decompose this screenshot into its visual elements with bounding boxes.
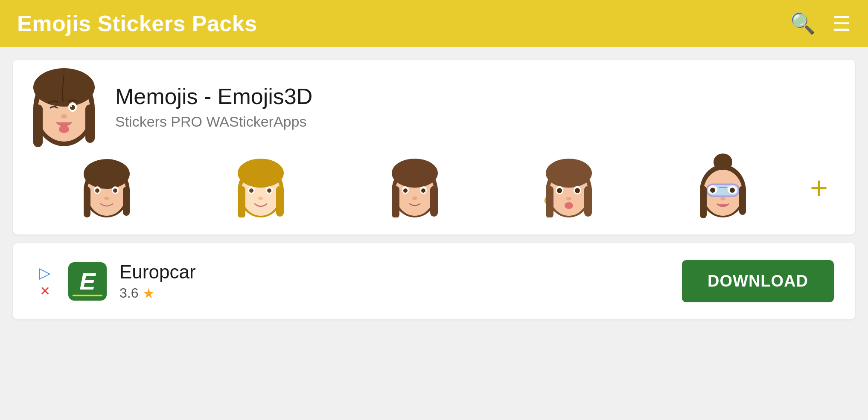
ad-app-icon: E — [68, 262, 107, 301]
svg-point-27 — [258, 197, 263, 200]
ad-star-icon: ★ — [143, 285, 155, 301]
svg-point-58 — [710, 188, 715, 193]
svg-rect-62 — [700, 186, 707, 218]
header-icons: 🔍 ☰ — [790, 12, 851, 35]
svg-point-26 — [267, 188, 271, 193]
app-icon-emoji — [30, 72, 98, 141]
svg-rect-28 — [238, 186, 245, 217]
app-name: Memojis - Emojis3D — [115, 83, 312, 110]
app-info-row: Memojis - Emojis3D Stickers PRO WASticke… — [30, 72, 838, 141]
svg-point-61 — [720, 197, 725, 200]
app-card: Memojis - Emojis3D Stickers PRO WASticke… — [13, 60, 855, 235]
ad-rating: 3.6 — [119, 285, 138, 301]
svg-rect-8 — [33, 104, 43, 147]
svg-point-5 — [70, 105, 72, 107]
ad-rating-row: 3.6 ★ — [119, 285, 669, 301]
ad-app-name: Europcar — [119, 261, 669, 283]
app-subtitle: Stickers PRO WAStickerApps — [115, 113, 312, 130]
svg-point-32 — [392, 159, 438, 188]
sticker-item — [184, 154, 338, 222]
svg-point-22 — [238, 159, 284, 188]
add-sticker-button[interactable]: + — [800, 170, 838, 205]
ad-info: Europcar 3.6 ★ — [119, 261, 669, 301]
svg-point-17 — [104, 197, 109, 200]
svg-rect-38 — [392, 186, 399, 217]
app-text: Memojis - Emojis3D Stickers PRO WASticke… — [115, 83, 312, 130]
svg-rect-19 — [123, 187, 130, 216]
sticker-item — [30, 154, 184, 222]
ad-app-underline — [73, 295, 102, 296]
sticker-item — [492, 154, 646, 222]
svg-point-6 — [61, 114, 67, 119]
sticker-item — [338, 154, 492, 222]
main-content: Memojis - Emojis3D Stickers PRO WASticke… — [0, 47, 868, 332]
svg-point-7 — [59, 125, 69, 133]
svg-point-37 — [412, 197, 417, 200]
ad-app-icon-wrapper: E — [68, 262, 107, 301]
app-icon — [30, 72, 98, 141]
sticker-row: + — [30, 154, 838, 222]
svg-point-60 — [730, 188, 735, 193]
ad-close-icon[interactable]: ✕ — [40, 284, 50, 298]
svg-point-48 — [565, 202, 573, 209]
svg-point-42 — [546, 159, 592, 188]
ad-icons: ▷ ✕ — [34, 264, 55, 298]
download-button[interactable]: DOWNLOAD — [682, 260, 834, 302]
svg-rect-51 — [584, 186, 592, 217]
ad-play-icon: ▷ — [39, 264, 51, 282]
menu-icon[interactable]: ☰ — [833, 12, 851, 35]
svg-point-12 — [84, 159, 130, 189]
ad-card: ▷ ✕ E Europcar 3.6 ★ DOWNLOAD — [13, 243, 855, 319]
svg-point-34 — [403, 188, 408, 193]
svg-point-14 — [95, 188, 99, 193]
svg-point-44 — [557, 188, 562, 193]
svg-point-24 — [249, 188, 253, 193]
svg-point-46 — [575, 188, 580, 193]
svg-rect-29 — [276, 186, 284, 217]
svg-rect-18 — [84, 187, 90, 217]
search-icon[interactable]: 🔍 — [790, 12, 816, 35]
sticker-item — [646, 154, 800, 222]
svg-point-2 — [33, 68, 95, 107]
app-header: Emojis Stickers Packs 🔍 ☰ — [0, 0, 868, 47]
app-title: Emojis Stickers Packs — [17, 11, 257, 36]
svg-rect-39 — [430, 186, 438, 217]
svg-point-47 — [566, 197, 571, 200]
svg-point-36 — [421, 188, 425, 193]
svg-rect-9 — [85, 104, 95, 143]
ad-app-letter: E — [79, 267, 95, 295]
svg-rect-63 — [739, 186, 746, 215]
svg-point-16 — [113, 188, 117, 193]
svg-rect-50 — [546, 186, 553, 217]
